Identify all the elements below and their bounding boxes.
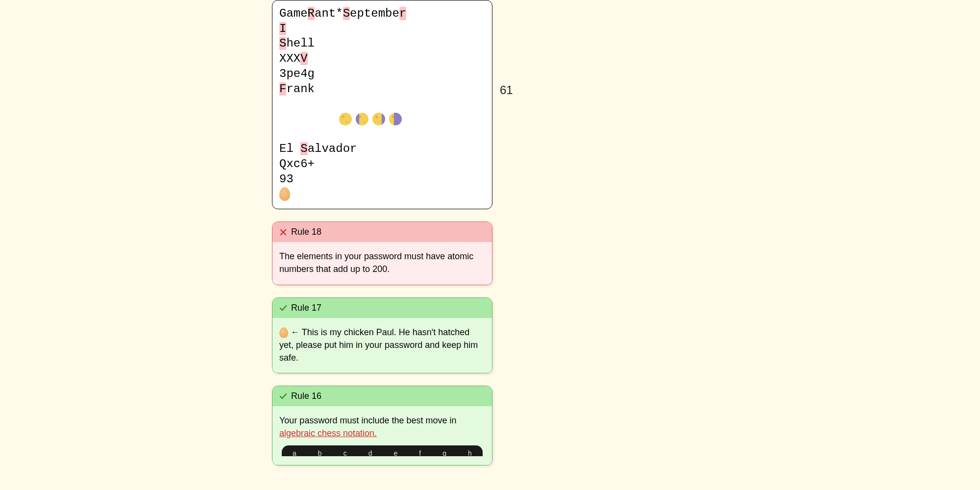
rule-number: Rule 18 <box>291 227 321 237</box>
password-line: Shell <box>279 36 485 51</box>
rule-card-16: Rule 16 Your password must include the b… <box>272 386 492 466</box>
rule-header: Rule 18 <box>272 222 492 242</box>
password-line: El Salvador <box>279 142 485 157</box>
password-line: 93 <box>279 172 485 187</box>
rule-number: Rule 17 <box>291 303 321 313</box>
rule-header: Rule 16 <box>272 386 492 406</box>
check-icon <box>279 392 287 400</box>
moon-icon <box>389 113 402 125</box>
password-input[interactable]: GameRant*September I Shell XXXV 3pe4g Fr… <box>272 0 492 209</box>
rule-card-17: Rule 17 ← This is my chicken Paul. He ha… <box>272 297 492 373</box>
check-icon <box>279 304 287 312</box>
password-line: XXXV <box>279 51 485 67</box>
password-line: 3pe4g <box>279 67 485 82</box>
egg-icon <box>279 327 288 338</box>
rule-description: The elements in your password must have … <box>272 242 492 284</box>
password-line: Frank <box>279 82 485 97</box>
moon-icon <box>356 113 368 125</box>
character-count: 61 <box>500 83 513 97</box>
chess-notation-link[interactable]: algebraic chess notation. <box>279 428 377 438</box>
x-icon <box>279 228 287 236</box>
rule-header: Rule 17 <box>272 298 492 318</box>
egg-icon <box>279 187 290 201</box>
password-line: I <box>279 22 485 37</box>
rule-card-18: Rule 18 The elements in your password mu… <box>272 221 492 285</box>
main-column: GameRant*September I Shell XXXV 3pe4g Fr… <box>272 0 492 466</box>
password-line-egg <box>279 187 485 202</box>
rule-number: Rule 16 <box>291 391 321 401</box>
password-line: Qxc6+ <box>279 157 485 172</box>
moon-icon <box>339 113 352 125</box>
rule-description: Your password must include the best move… <box>272 406 492 465</box>
moon-icon <box>372 113 385 125</box>
password-line: GameRant*September <box>279 6 485 22</box>
chessboard-file-labels: abcdefgh <box>282 445 483 456</box>
rule-description: ← This is my chicken Paul. He hasn't hat… <box>272 318 492 373</box>
password-line-moons <box>279 97 485 142</box>
